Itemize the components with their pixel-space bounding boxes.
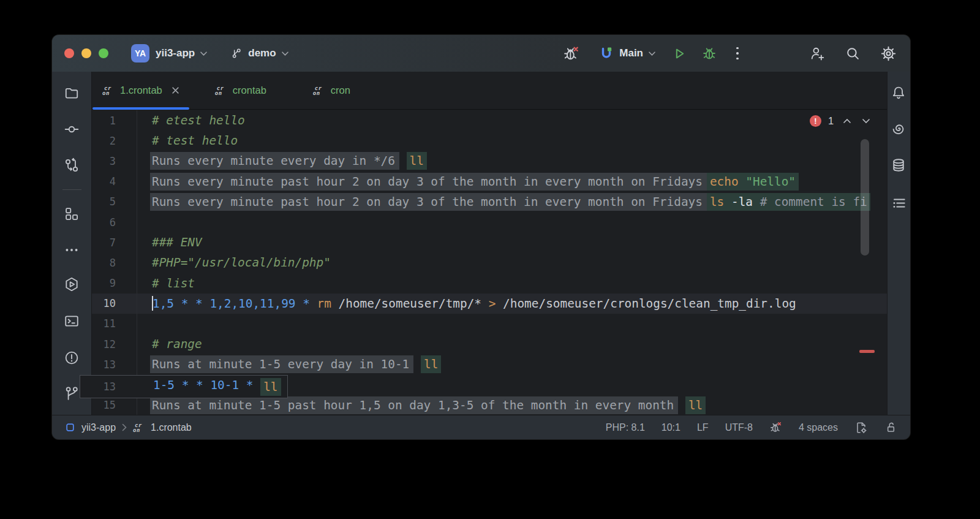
branch-selector[interactable]: demo: [227, 45, 292, 62]
services-tool-window-button[interactable]: [64, 276, 80, 292]
caret-position-widget[interactable]: 10:1: [662, 422, 680, 433]
editor-line[interactable]: 4Runs every minute past hour 2 on day 3 …: [92, 172, 887, 192]
line-number: 1: [92, 110, 137, 131]
pull-request-icon: [64, 157, 80, 173]
pull-requests-tool-window-button[interactable]: [64, 157, 80, 173]
version-control-tool-window-button[interactable]: [64, 385, 80, 401]
close-tab-icon[interactable]: [172, 86, 179, 94]
runnable-highlight: ll: [407, 152, 427, 170]
line-number: 3: [92, 151, 137, 171]
line-content: 1,5 * * 1,2,10,11,99 * rm /home/someuser…: [137, 294, 887, 314]
terminal-tool-window-button[interactable]: [64, 313, 80, 329]
database-tool-window-button[interactable]: [891, 157, 907, 173]
editor-line[interactable]: 8#PHP="/usr/local/bin/php": [92, 252, 887, 273]
line-content: # range: [137, 334, 887, 354]
file-settings-gear-icon[interactable]: [854, 421, 868, 434]
code-with-me-add-user-icon[interactable]: [807, 44, 827, 63]
editor-line[interactable]: 9# list: [92, 273, 887, 294]
tab-1-crontab[interactable]: cron 1.crontab: [92, 72, 190, 109]
line-content: # list: [137, 273, 887, 294]
editor-line[interactable]: 5Runs every minute past hour 2 on day 3 …: [92, 192, 887, 212]
close-window-button[interactable]: [64, 48, 74, 58]
error-badge-icon[interactable]: !: [810, 115, 821, 127]
commit-tool-window-button[interactable]: [64, 121, 80, 137]
code-token: 1-5 * * 10-1 *: [153, 378, 253, 396]
code-token: ll: [263, 380, 277, 394]
editor-tab-bar: cron 1.crontab cron crontab cron cron: [92, 72, 887, 110]
previous-problem-chevron-up-icon[interactable]: [843, 118, 851, 124]
debugger-muted-icon[interactable]: [769, 421, 782, 434]
minimize-window-button[interactable]: [81, 48, 91, 58]
php-version-widget[interactable]: PHP: 8.1: [606, 422, 645, 433]
ai-assistant-tool-window-button[interactable]: [891, 120, 907, 136]
code-token: [310, 297, 317, 311]
run-configuration-selector[interactable]: Main: [595, 44, 659, 63]
problems-tool-window-button[interactable]: [64, 350, 80, 366]
right-tool-stripe: [887, 72, 910, 415]
code-token: ls: [710, 195, 724, 209]
debugger-unavailable-icon[interactable]: [561, 44, 581, 63]
ai-assistant-swirl-icon: [891, 120, 907, 137]
more-actions-kebab-icon[interactable]: [728, 44, 747, 63]
line-content: Runs every minute past hour 2 on day 3 o…: [137, 172, 887, 192]
breadcrumb-file[interactable]: 1.crontab: [151, 422, 192, 433]
line-content: #PHP="/usr/local/bin/php": [137, 252, 887, 273]
line-separator-widget[interactable]: LF: [697, 422, 709, 433]
editor-line[interactable]: 6: [92, 212, 887, 232]
project-selector[interactable]: yii3-app: [152, 45, 211, 62]
left-tool-stripe: [52, 72, 92, 415]
code-token: ll: [424, 357, 438, 371]
editor-line[interactable]: 3Runs every minute every day in */6 ll: [92, 151, 887, 171]
settings-gear-icon[interactable]: [878, 44, 898, 63]
services-hexagon-play-icon: [64, 276, 80, 292]
code-token: rm: [317, 297, 331, 311]
crontab-file-icon: cron: [133, 423, 145, 433]
tab-label: 1.crontab: [120, 85, 162, 96]
editor-line[interactable]: 7### ENV: [92, 232, 887, 252]
tab-label: cron: [331, 85, 350, 96]
code-token: 1,5 * * 1,2,10,11,99 *: [153, 297, 310, 311]
editor-lines[interactable]: 1# etest hello2# test hello3Runs every m…: [92, 110, 887, 415]
editor-line[interactable]: 12# range: [92, 334, 887, 354]
editor-line[interactable]: 101,5 * * 1,2,10,11,99 * rm /home/someus…: [92, 294, 887, 314]
line-content: Runs at minute 1-5 every day in 10-1 ll: [137, 354, 887, 374]
more-tool-windows-button[interactable]: [64, 242, 80, 258]
editor-scrollbar[interactable]: [861, 139, 869, 256]
problems-exclamation-icon: [64, 350, 80, 366]
next-problem-chevron-down-icon[interactable]: [862, 118, 870, 124]
code-token: [253, 378, 260, 396]
project-avatar: YA: [131, 44, 149, 63]
notifications-tool-window-button[interactable]: [891, 85, 907, 100]
terminal-icon: [64, 313, 80, 329]
editor-line[interactable]: 11: [92, 314, 887, 334]
editor-line[interactable]: 2# test hello: [92, 131, 887, 151]
code-token: [739, 175, 746, 189]
project-tool-window-button[interactable]: [64, 85, 80, 101]
git-branch-icon: [64, 385, 80, 401]
error-stripe-mark[interactable]: [859, 350, 875, 353]
editor-line[interactable]: 13Runs at minute 1-5 every day in 10-1 l…: [92, 354, 887, 374]
indent-widget[interactable]: 4 spaces: [799, 422, 838, 433]
structure-tool-window-button[interactable]: [64, 206, 80, 222]
line-number: 10: [92, 294, 137, 314]
branch-name: demo: [248, 47, 276, 59]
chevron-right-icon: [122, 423, 127, 431]
editor-line[interactable]: 1# etest hello: [92, 110, 887, 131]
debug-button[interactable]: [699, 44, 719, 63]
tab-crontab[interactable]: cron crontab: [205, 72, 277, 109]
line-number: 12: [92, 334, 137, 354]
run-config-name: Main: [619, 47, 643, 59]
search-everywhere-icon[interactable]: [843, 44, 862, 63]
line-number: 11: [92, 314, 137, 334]
line-number: 7: [92, 232, 137, 252]
breadcrumb-project[interactable]: yii3-app: [81, 422, 116, 433]
inlay-hint: Runs at minute 1-5 every day in 10-1: [150, 355, 413, 373]
tab-cron[interactable]: cron cron: [303, 72, 361, 109]
todo-tool-window-button[interactable]: [891, 195, 907, 211]
run-button[interactable]: [669, 44, 688, 63]
fullscreen-window-button[interactable]: [99, 48, 108, 58]
encoding-widget[interactable]: UTF-8: [725, 422, 753, 433]
unlocked-icon[interactable]: [884, 421, 897, 434]
line-number: 8: [92, 252, 137, 273]
module-icon: [65, 422, 75, 433]
